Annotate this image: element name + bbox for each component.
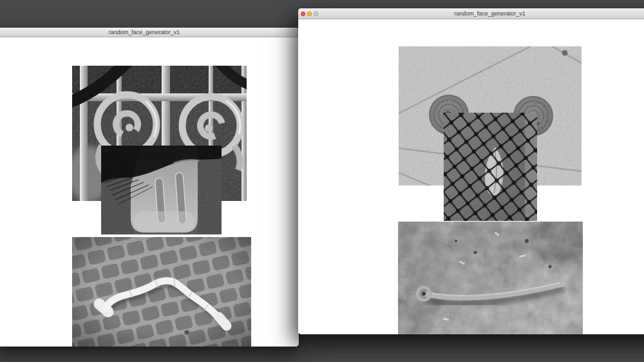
window-front[interactable]: random_face_generator_v1 (298, 8, 644, 334)
window-back[interactable]: random_face_generator_v1 (0, 28, 299, 347)
zoom-button-disabled[interactable] (314, 12, 318, 16)
window-title: random_face_generator_v1 (454, 11, 526, 17)
close-button[interactable] (301, 12, 305, 16)
titlebar-front[interactable]: random_face_generator_v1 (298, 8, 644, 19)
photo-cobblestones-paper-mouth (72, 237, 251, 347)
photo-tree-bark-root (398, 222, 583, 334)
window-title: random_face_generator_v1 (109, 30, 180, 35)
canvas-front (298, 19, 644, 334)
canvas-back (0, 37, 299, 347)
traffic-lights (301, 8, 318, 19)
minimize-button[interactable] (307, 12, 312, 16)
photo-net-shadow-leaf (444, 113, 537, 221)
titlebar-back[interactable]: random_face_generator_v1 (0, 28, 299, 37)
photo-concrete-block-nose (101, 146, 222, 234)
